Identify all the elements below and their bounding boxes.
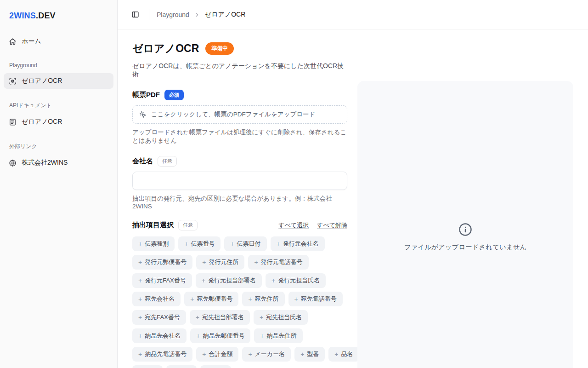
globe-icon [9, 159, 17, 167]
extract-chip-button[interactable]: +合計金額 [196, 347, 238, 362]
breadcrumb-parent[interactable]: Playground [157, 11, 189, 18]
plus-icon: + [138, 351, 142, 358]
upload-helper-text: アップロードされた帳票ファイルは処理後にすぐに削除され、保存されることはありませ… [132, 128, 347, 145]
sidebar-item-label: ゼロアノOCR [22, 77, 62, 85]
sidebar-item-label: ゼロアノOCR [22, 118, 62, 126]
extract-chip-button[interactable]: +発行元郵便番号 [132, 255, 192, 270]
header-divider [149, 9, 149, 20]
sidebar-item-zeroano-ocr-docs[interactable]: ゼロアノOCR [4, 114, 113, 130]
extract-chip-button[interactable]: +発行元住所 [196, 255, 244, 270]
extract-chip-button[interactable]: +納品先住所 [254, 328, 302, 343]
extract-chip-button[interactable]: +伝票番号 [178, 236, 220, 251]
extract-chip-button[interactable]: +納品先会社名 [132, 328, 187, 343]
chip-label: 宛先電話番号 [301, 295, 337, 303]
chip-label: 納品先会社名 [145, 332, 181, 340]
extract-chip-button[interactable]: +宛先電話番号 [288, 292, 343, 306]
extract-chip-button[interactable]: +伝票日付 [224, 236, 266, 251]
extract-field-label: 抽出項目選択 [132, 221, 174, 230]
plus-icon: + [202, 259, 206, 266]
chip-label: 宛先FAX番号 [145, 313, 180, 322]
dropzone-label: ここをクリックして、帳票のPDFファイルをアップロード [151, 110, 315, 119]
extract-chip-button[interactable]: +発行元FAX番号 [132, 273, 192, 288]
chip-label: 発行元担当氏名 [278, 276, 320, 285]
company-field-label: 会社名 [132, 157, 153, 166]
sidebar-section-playground: Playground [4, 62, 113, 69]
pdf-upload-dropzone[interactable]: ここをクリックして、帳票のPDFファイルをアップロード [132, 105, 347, 124]
extract-chip-button[interactable]: +宛先FAX番号 [132, 310, 186, 325]
extract-chip-button[interactable]: +発行元担当氏名 [266, 273, 326, 288]
extract-chip-button[interactable]: +発行元担当部署名 [196, 273, 262, 288]
plus-icon: + [260, 314, 263, 321]
plus-icon: + [271, 277, 275, 284]
app-window: 2WINS.DEV ホーム Playground ゼロアノOCR APIドキュメ… [0, 0, 588, 368]
preview-panel: ファイルがアップロードされていません [357, 81, 573, 368]
chip-label: 宛先担当部署名 [202, 313, 244, 322]
chip-row: +発行元FAX番号+発行元担当部署名+発行元担当氏名 [132, 273, 347, 288]
chip-label: 発行元担当部署名 [208, 276, 256, 285]
extract-chip-button[interactable]: +単価 [166, 365, 197, 368]
header: Playground ゼロアノOCR [118, 0, 588, 29]
sidebar-section-external-links: 外部リンク [4, 143, 113, 150]
plus-icon: + [138, 259, 142, 266]
extract-chip-button[interactable]: +納品先電話番号 [132, 347, 192, 362]
deselect-all-button[interactable]: すべて解除 [317, 221, 347, 230]
required-badge: 必須 [164, 90, 184, 100]
chip-label: 宛先担当氏名 [266, 313, 302, 322]
sidebar-item-2wins-company[interactable]: 株式会社2WINS [4, 155, 113, 171]
chip-row: +納品先会社名+納品先郵便番号+納品先住所 [132, 328, 347, 343]
extract-chip-button[interactable]: +型番 [294, 347, 325, 362]
sidebar-item-label: ホーム [22, 37, 41, 46]
chip-label: 伝票種別 [145, 240, 169, 248]
extract-chip-button[interactable]: +宛先担当部署名 [190, 310, 250, 325]
sidebar-item-zeroano-ocr-playground[interactable]: ゼロアノOCR [4, 73, 113, 89]
company-name-input[interactable] [132, 172, 347, 190]
extract-chip-button[interactable]: +品名 [328, 347, 359, 362]
preview-empty-message: ファイルがアップロードされていません [404, 243, 527, 252]
chip-row: +宛先会社名+宛先郵便番号+宛先住所+宛先電話番号 [132, 292, 347, 306]
extract-chip-button[interactable]: +宛先会社名 [132, 292, 181, 306]
chip-label: 納品先電話番号 [145, 350, 187, 358]
plus-icon: + [334, 351, 338, 358]
chip-label: 宛先会社名 [145, 295, 175, 303]
plus-icon: + [300, 351, 304, 358]
brand-logo[interactable]: 2WINS.DEV [0, 9, 117, 21]
extract-chip-button[interactable]: +メーカー名 [242, 347, 291, 362]
form-column: ゼロアノOCR 準備中 ゼロアノOCRは、帳票ごとのアノテーションを不要にした次… [132, 41, 347, 368]
sidebar-item-home[interactable]: ホーム [4, 34, 113, 49]
extract-chip-button[interactable]: +納期 [200, 365, 231, 368]
extract-chip-button[interactable]: +発行元会社名 [271, 236, 325, 251]
extract-chip-button[interactable]: +数量 [132, 365, 163, 368]
optional-badge: 任意 [178, 220, 198, 230]
chip-label: 伝票番号 [191, 240, 215, 248]
extract-chip-button[interactable]: +宛先郵便番号 [184, 292, 238, 306]
brand-logo-primary: 2WINS [9, 11, 36, 20]
extract-chip-button[interactable]: +納品先郵便番号 [190, 328, 250, 343]
brand-logo-secondary: .DEV [36, 11, 56, 20]
chip-label: メーカー名 [255, 350, 285, 358]
extract-chip-button[interactable]: +伝票種別 [132, 236, 175, 251]
plus-icon: + [294, 295, 298, 303]
plus-icon: + [138, 277, 142, 284]
plus-icon: + [138, 332, 142, 339]
extract-chip-button[interactable]: +発行元電話番号 [248, 255, 308, 270]
page-title: ゼロアノOCR [132, 41, 199, 56]
chip-label: 宛先住所 [255, 295, 279, 303]
sidebar-toggle-button[interactable] [129, 8, 141, 21]
content: ゼロアノOCR 準備中 ゼロアノOCRは、帳票ごとのアノテーションを不要にした次… [118, 29, 588, 368]
plus-icon: + [138, 314, 142, 321]
select-all-button[interactable]: すべて選択 [278, 221, 309, 230]
chip-label: 発行元FAX番号 [145, 276, 186, 285]
document-icon [9, 118, 17, 126]
chip-label: 伝票日付 [237, 240, 261, 248]
extract-chip-button[interactable]: +宛先担当氏名 [254, 310, 308, 325]
plus-icon: + [202, 277, 205, 284]
chip-row: +数量+単価+納期 [132, 365, 347, 368]
plus-icon: + [196, 314, 199, 321]
chip-row: +納品先電話番号+合計金額+メーカー名+型番+品名 [132, 347, 347, 362]
plus-icon: + [248, 295, 252, 303]
chip-row: +宛先FAX番号+宛先担当部署名+宛先担当氏名 [132, 310, 347, 325]
sidebar-item-label: 株式会社2WINS [22, 159, 68, 167]
chip-label: 納品先郵便番号 [203, 332, 244, 340]
extract-chip-button[interactable]: +宛先住所 [242, 292, 284, 306]
home-icon [9, 38, 17, 46]
